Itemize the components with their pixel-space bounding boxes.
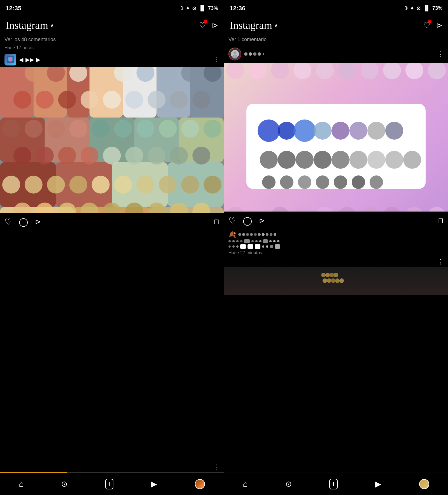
bluetooth-icon-right: ✦ <box>410 5 414 11</box>
nav-add-left[interactable]: + <box>105 479 114 489</box>
heart-button-left[interactable]: ♡ <box>199 21 206 30</box>
nav-reels-left[interactable]: ▶ <box>151 479 157 489</box>
see-comments-text-right: Ver 1 comentario <box>228 37 267 42</box>
see-comments-left[interactable]: Ver los 48 comentarios <box>0 35 224 45</box>
svg-point-223 <box>331 278 335 283</box>
like-button-right[interactable]: ♡ <box>228 216 236 226</box>
post-image-left <box>0 67 224 213</box>
svg-point-140 <box>278 151 296 169</box>
timestamp-left: Hace 17 horas <box>0 45 224 52</box>
svg-point-81 <box>136 176 154 194</box>
svg-point-84 <box>204 176 221 194</box>
nav-search-right[interactable]: ⊙ <box>285 479 292 489</box>
svg-point-79 <box>92 176 110 194</box>
svg-point-71 <box>125 147 143 165</box>
post-image-right <box>224 63 448 212</box>
nav-add-right[interactable]: + <box>329 479 338 489</box>
add-icon-right: + <box>329 479 338 489</box>
nav-search-left[interactable]: ⊙ <box>61 479 67 489</box>
svg-point-52 <box>125 91 143 109</box>
instagram-logo-left[interactable]: Instagram ∨ <box>6 19 54 31</box>
svg-point-153 <box>352 175 365 189</box>
search-icon-right: ⊙ <box>285 479 292 489</box>
send-button-left[interactable]: ⊳ <box>212 21 218 30</box>
music-avatar-left <box>4 54 16 65</box>
signal-icon-right: ▐▌ <box>423 5 430 11</box>
status-icons-right: ☽ ✦ ⊙ ▐▌ 73% <box>403 5 442 11</box>
post-user-row-right: ✦ ⋮ <box>224 45 448 63</box>
svg-point-131 <box>258 119 280 142</box>
svg-point-68 <box>58 147 76 165</box>
svg-point-82 <box>159 176 177 194</box>
svg-point-138 <box>385 122 403 140</box>
svg-point-51 <box>103 91 121 109</box>
profile-avatar-left <box>195 479 205 489</box>
svg-point-54 <box>170 91 188 109</box>
svg-point-219 <box>330 273 334 277</box>
svg-point-62 <box>136 120 154 138</box>
action-icons-right: ♡ ◯ ⊳ <box>228 216 265 226</box>
username-circles-right: ✦ <box>244 52 265 56</box>
comment-button-right[interactable]: ◯ <box>243 216 252 226</box>
time-left: 12:35 <box>6 5 21 12</box>
see-comments-right[interactable]: Ver 1 comentario <box>224 35 448 45</box>
svg-point-149 <box>280 175 293 189</box>
svg-point-63 <box>159 120 177 138</box>
moon-icon-left: ☽ <box>179 5 183 11</box>
instagram-header-right: Instagram ∨ ♡ ⊳ <box>224 15 448 35</box>
send-icon-right: ⊳ <box>436 21 442 30</box>
bookmark-button-left[interactable]: ⊓ <box>214 217 219 226</box>
svg-point-53 <box>148 91 165 109</box>
svg-point-135 <box>332 122 349 140</box>
svg-point-80 <box>114 176 132 194</box>
action-bar-left: ♡ ◯ ⊳ ⊓ <box>0 213 224 231</box>
notification-dot-left <box>204 20 207 23</box>
svg-point-76 <box>25 176 43 194</box>
music-controls-left: ◀ ▶▶ ▶ <box>19 56 210 63</box>
logo-chevron-right: ∨ <box>274 22 278 29</box>
action-icons-left: ♡ ◯ ⊳ <box>4 217 41 227</box>
like-button-left[interactable]: ♡ <box>4 217 12 227</box>
right-phone-panel: 12:36 ☽ ✦ ⊙ ▐▌ 73% Instagram ∨ ♡ ⊳ Ver 1… <box>224 0 448 495</box>
svg-point-143 <box>332 151 349 169</box>
nav-profile-left[interactable] <box>195 479 205 489</box>
more-options-post-right[interactable]: ⋮ <box>437 50 444 58</box>
nav-home-left[interactable]: ⌂ <box>19 480 24 489</box>
likes-circles-right <box>238 233 276 236</box>
heart-button-right[interactable]: ♡ <box>423 21 430 30</box>
action-bar-right: ♡ ◯ ⊳ ⊓ <box>224 212 448 230</box>
svg-point-221 <box>323 278 327 283</box>
svg-point-56 <box>2 120 20 138</box>
progress-bar-left <box>0 472 224 473</box>
next-button-left[interactable]: ▶▶ <box>25 56 34 63</box>
send-button-right[interactable]: ⊳ <box>436 21 442 30</box>
svg-point-151 <box>316 175 329 189</box>
home-icon-right: ⌂ <box>243 480 248 489</box>
status-bar-right: 12:36 ☽ ✦ ⊙ ▐▌ 73% <box>224 0 448 15</box>
svg-point-220 <box>334 273 338 277</box>
nav-reels-right[interactable]: ▶ <box>375 479 381 489</box>
instagram-logo-right[interactable]: Instagram ∨ <box>230 19 278 31</box>
likes-row-right: 🍂 <box>224 230 448 239</box>
user-avatar-right <box>228 48 241 60</box>
comment-button-left[interactable]: ◯ <box>19 217 28 227</box>
share-button-right[interactable]: ⊳ <box>259 216 265 225</box>
svg-point-222 <box>327 278 331 283</box>
svg-point-77 <box>47 176 65 194</box>
bookmark-button-right[interactable]: ⊓ <box>438 216 444 225</box>
more-options-second-post[interactable]: ⋮ <box>437 258 444 266</box>
prev-button-left[interactable]: ◀ <box>19 56 23 63</box>
svg-point-152 <box>334 175 347 189</box>
svg-point-58 <box>47 120 65 138</box>
svg-point-73 <box>170 147 188 165</box>
svg-point-132 <box>278 122 296 140</box>
forward-button-left[interactable]: ▶ <box>36 56 40 63</box>
more-options-music-left[interactable]: ⋮ <box>213 56 219 63</box>
share-button-left[interactable]: ⊳ <box>35 217 41 226</box>
svg-point-64 <box>181 120 199 138</box>
nav-profile-right[interactable] <box>419 479 429 489</box>
svg-point-218 <box>325 273 330 277</box>
more-options-bottom-left[interactable]: ⋮ <box>213 463 219 471</box>
music-row-left: ◀ ▶▶ ▶ ⋮ <box>0 52 224 67</box>
nav-home-right[interactable]: ⌂ <box>243 480 248 489</box>
